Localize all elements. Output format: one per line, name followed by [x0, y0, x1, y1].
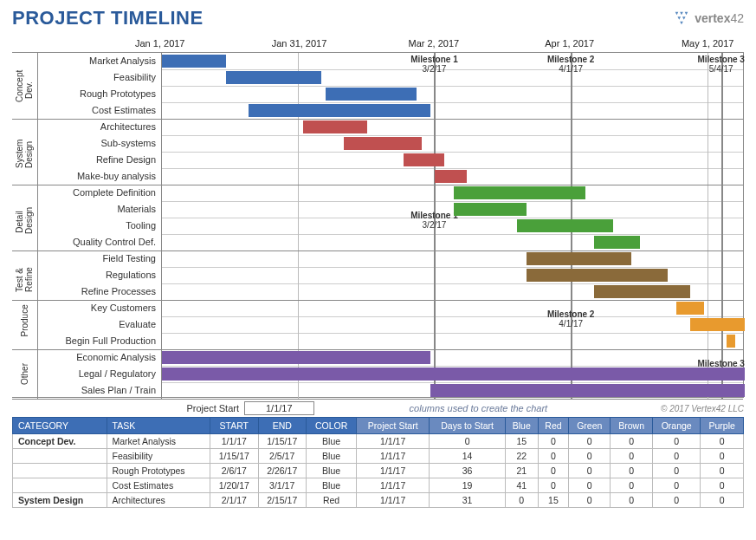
table-cell[interactable]: 0	[701, 434, 744, 449]
table-cell[interactable]: Red	[306, 493, 356, 508]
date-tick: Jan 31, 2017	[272, 38, 327, 49]
gantt-bar	[404, 153, 444, 166]
table-cell[interactable]: 0	[569, 449, 611, 464]
table-cell[interactable]: 0	[505, 493, 538, 508]
bar-area	[161, 185, 743, 201]
table-cell[interactable]	[13, 449, 107, 464]
vertex-icon	[672, 9, 691, 28]
task-row: Regulations	[12, 267, 743, 283]
table-cell[interactable]: 0	[611, 449, 653, 464]
table-cell[interactable]: 0	[569, 478, 611, 493]
table-cell[interactable]: 19	[430, 478, 506, 493]
bar-area	[161, 382, 743, 399]
table-cell[interactable]: 1/1/17	[357, 464, 430, 478]
table-cell[interactable]: Blue	[306, 434, 356, 449]
brand-logo: vertex42	[672, 9, 744, 28]
table-cell[interactable]: 0	[569, 493, 611, 508]
table-cell[interactable]: 21	[505, 464, 538, 478]
table-cell[interactable]: 15	[505, 434, 538, 449]
table-cell[interactable]: 1/1/17	[357, 493, 430, 508]
table-cell[interactable]: 0	[538, 434, 569, 449]
table-cell[interactable]: 0	[701, 493, 744, 508]
table-cell[interactable]: Market Analysis	[107, 434, 210, 449]
table-cell[interactable]: 1/1/17	[357, 478, 430, 493]
table-cell[interactable]: 41	[505, 478, 538, 493]
svg-marker-1	[680, 12, 683, 16]
table-cell[interactable]: 22	[505, 449, 538, 464]
table-cell[interactable]: 0	[653, 478, 701, 493]
table-cell[interactable]	[13, 478, 107, 493]
table-cell[interactable]: 31	[430, 493, 506, 508]
table-cell[interactable]: Rough Prototypes	[107, 464, 210, 478]
bar-area	[161, 267, 743, 283]
table-cell[interactable]: 1/15/17	[258, 434, 306, 449]
table-cell[interactable]: Blue	[306, 464, 356, 478]
task-label: Quality Control Def.	[38, 234, 161, 250]
table-cell[interactable]: 0	[653, 464, 701, 478]
table-cell[interactable]: 1/20/17	[210, 478, 258, 493]
table-cell[interactable]: 2/6/17	[210, 464, 258, 478]
group-label: Concept Dev.	[15, 78, 34, 102]
task-label: Market Analysis	[38, 53, 161, 69]
bar-area	[161, 53, 743, 69]
table-cell[interactable]: Cost Estimates	[107, 478, 210, 493]
table-cell[interactable]: Blue	[306, 449, 356, 464]
table-cell[interactable]: 2/5/17	[258, 449, 306, 464]
table-header: COLOR	[306, 418, 356, 434]
task-label: Feasibility	[38, 69, 161, 86]
table-cell[interactable]: 2/15/17	[258, 493, 306, 508]
data-table: CATEGORYTASKSTARTENDCOLORProject StartDa…	[12, 417, 744, 508]
table-cell[interactable]: 36	[430, 464, 506, 478]
bar-area	[161, 152, 743, 168]
table-cell[interactable]: 0	[611, 493, 653, 508]
table-cell[interactable]	[13, 464, 107, 478]
table-cell[interactable]: 0	[611, 478, 653, 493]
copyright: © 2017 Vertex42 LLC	[661, 404, 744, 413]
task-row: Rough Prototypes	[12, 86, 743, 102]
table-cell[interactable]: 1/1/17	[357, 449, 430, 464]
table-cell[interactable]: 0	[611, 464, 653, 478]
table-cell[interactable]: 0	[653, 449, 701, 464]
task-row: Refine Design	[12, 152, 743, 168]
table-cell[interactable]: 0	[653, 434, 701, 449]
bar-area	[161, 300, 743, 316]
table-cell[interactable]: 2/26/17	[258, 464, 306, 478]
table-cell[interactable]: 0	[569, 434, 611, 449]
table-cell[interactable]: 0	[701, 464, 744, 478]
gantt-bar	[594, 285, 689, 298]
table-cell[interactable]: System Design	[13, 493, 107, 508]
table-cell[interactable]: 0	[611, 434, 653, 449]
table-row: Concept Dev.Market Analysis1/1/171/15/17…	[13, 434, 744, 449]
table-cell[interactable]: Blue	[306, 478, 356, 493]
svg-marker-5	[680, 22, 683, 25]
chart-body: Milestone 13/2/17Milestone 24/1/17Milest…	[12, 52, 744, 398]
table-cell[interactable]: 0	[538, 464, 569, 478]
table-cell[interactable]: Feasibility	[107, 449, 210, 464]
table-body: Concept Dev.Market Analysis1/1/171/15/17…	[13, 434, 744, 508]
gantt-bar	[690, 318, 745, 331]
table-cell[interactable]: 1/1/17	[357, 434, 430, 449]
group-gutter	[12, 119, 38, 135]
bar-area	[161, 102, 743, 119]
table-cell[interactable]: 0	[701, 478, 744, 493]
table-cell[interactable]: 3/1/17	[258, 478, 306, 493]
table-cell[interactable]: 1/1/17	[210, 434, 258, 449]
bar-area	[161, 168, 743, 185]
table-cell[interactable]: 15	[538, 493, 569, 508]
bar-area	[161, 69, 743, 86]
table-cell[interactable]: 0	[701, 449, 744, 464]
table-cell[interactable]: 0	[569, 464, 611, 478]
table-cell[interactable]: 0	[538, 449, 569, 464]
table-cell[interactable]: 2/1/17	[210, 493, 258, 508]
gantt-bar	[162, 368, 745, 381]
task-label: Tooling	[38, 218, 161, 234]
table-cell[interactable]: 14	[430, 449, 506, 464]
table-cell[interactable]: 0	[653, 493, 701, 508]
table-cell[interactable]: 0	[538, 478, 569, 493]
project-start-value[interactable]: 1/1/17	[244, 401, 314, 415]
table-cell[interactable]: 1/15/17	[210, 449, 258, 464]
table-cell[interactable]: 0	[430, 434, 506, 449]
table-cell[interactable]: Architectures	[107, 493, 210, 508]
table-cell[interactable]: Concept Dev.	[13, 434, 107, 449]
project-start-row: Project Start 1/1/17 columns used to cre…	[12, 401, 744, 415]
